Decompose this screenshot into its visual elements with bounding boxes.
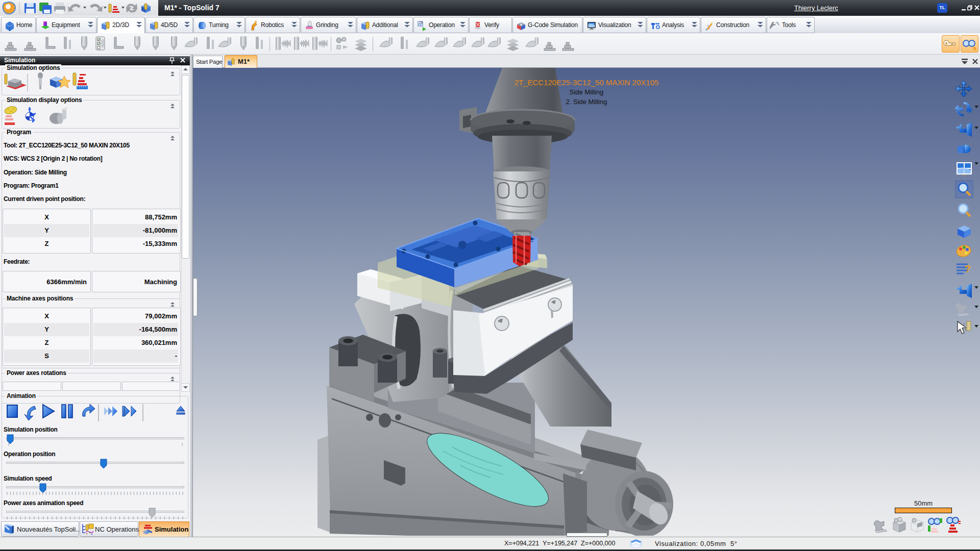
svg-text:%: % — [420, 21, 423, 24]
svg-text:?: ? — [965, 263, 971, 274]
